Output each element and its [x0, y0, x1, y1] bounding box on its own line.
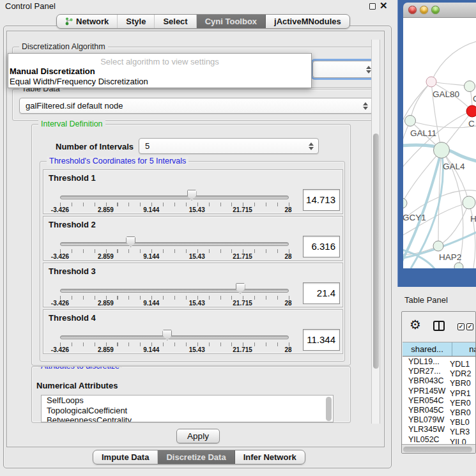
combo-arrows-icon [366, 63, 371, 76]
slider-tick-label: 28 [273, 346, 303, 353]
top-tab-bar: NetworkStyleSelectCyni ToolboxjActiveMNo… [56, 14, 350, 29]
threshold-value-field[interactable]: 6.316 [303, 236, 340, 257]
tab-infer-network[interactable]: Infer Network [235, 450, 305, 464]
tab-select[interactable]: Select [155, 15, 196, 28]
cell-shared-name[interactable]: YBL079W [403, 415, 449, 425]
network-node-selected[interactable] [466, 105, 476, 117]
network-node[interactable] [434, 142, 450, 158]
slider-track[interactable] [60, 289, 289, 293]
column-layout-icon[interactable] [433, 321, 445, 331]
table-horizontal-scrollbar[interactable] [402, 444, 475, 453]
threshold-value-field[interactable]: 21.4 [303, 282, 340, 304]
zoom-traffic-light-icon[interactable] [431, 6, 440, 14]
cell-name[interactable]: YIL0 [449, 438, 466, 445]
network-nodes[interactable] [403, 77, 476, 268]
node-label: GCY1 [403, 213, 426, 222]
minimize-traffic-light-icon[interactable] [420, 6, 428, 14]
num-intervals-combobox[interactable]: 5 [139, 138, 319, 154]
attributes-group: Attributes to discretize Numerical Attri… [31, 366, 351, 423]
tab-jactivemnodules[interactable]: jActiveMNodules [266, 15, 349, 28]
tab-label: jActiveMNodules [274, 15, 341, 29]
scrollbar-thumb[interactable] [403, 447, 472, 452]
cell-shared-name[interactable]: YLR345W [403, 425, 449, 434]
table-body[interactable]: YDL19...YDL1YDR27...YDR2YBR043CYBR0YPR14… [403, 357, 476, 444]
tab-cyni-toolbox[interactable]: Cyni Toolbox [197, 15, 266, 28]
attribute-list-item[interactable]: BetweennessCentrality [42, 415, 333, 422]
threshold-panel: Threshold 4-3.4262.8599.14415.4321.71528… [43, 309, 343, 354]
cell-shared-name[interactable]: YER054C [403, 396, 449, 406]
slider-track[interactable] [60, 242, 289, 246]
slider-tick-label: -3.426 [45, 206, 75, 213]
network-node[interactable] [454, 263, 463, 268]
close-traffic-light-icon[interactable] [408, 6, 417, 14]
cell-shared-name[interactable]: YPR145W [403, 387, 449, 396]
numerical-attributes-list[interactable]: SelfLoopsTopologicalCoefficientBetweenne… [41, 395, 334, 422]
table-data-combobox[interactable]: galFiltered.sif default node [19, 98, 373, 114]
table-row[interactable]: YPR145WYPR1 [403, 387, 476, 396]
tab-impute-data[interactable]: Impute Data [93, 450, 158, 464]
network-node[interactable] [463, 196, 475, 209]
attributes-list-scrollbar[interactable] [326, 397, 332, 421]
slider-tick-label: 9.144 [137, 346, 166, 353]
checkbox-filter-icon[interactable]: ✓ [466, 323, 473, 330]
slider-tick-label: 9.144 [137, 253, 166, 260]
cell-shared-name[interactable]: YBR043C [403, 376, 449, 386]
network-node[interactable] [403, 198, 407, 208]
threshold-value-field[interactable]: 14.713 [303, 189, 340, 211]
network-node[interactable] [426, 77, 436, 87]
cell-shared-name[interactable]: YDR27... [403, 367, 449, 376]
table-panel-titlebar: Table Panel [396, 289, 476, 310]
combo-arrows-icon [363, 100, 368, 112]
slider-tick-label: 9.144 [137, 300, 166, 307]
tab-label: Style [126, 15, 146, 29]
tab-label: Discretize Data [166, 450, 226, 464]
network-canvas[interactable]: GAL80GACGAL11GAL4GCY1HHAP2 [403, 18, 476, 268]
float-window-icon[interactable] [369, 3, 376, 10]
network-window-titlebar[interactable] [403, 3, 476, 18]
table-row[interactable]: YBR043CYBR0 [403, 376, 476, 386]
slider-track[interactable] [60, 335, 289, 339]
content-vertical-scrollbar[interactable] [371, 40, 380, 424]
slider-track[interactable] [60, 196, 289, 199]
table-row[interactable]: YIL052CYIL0 [403, 435, 476, 445]
table-header-row: shared... na [403, 342, 476, 357]
table-row[interactable]: YLR345WYLR3 [403, 425, 476, 434]
cell-shared-name[interactable]: YBR045C [403, 406, 449, 415]
attribute-list-item[interactable]: TopologicalCoefficient [42, 406, 333, 416]
column-header-name[interactable]: na [452, 342, 476, 356]
table-row[interactable]: YER054CYER0 [403, 396, 476, 406]
gear-icon[interactable]: ⚙ [410, 317, 421, 332]
algorithm-combobox[interactable] [312, 61, 376, 78]
slider-tick-label: 28 [273, 253, 303, 260]
apply-button[interactable]: Apply [176, 429, 220, 443]
discretize-content-panel: Discretization Algorithm Table Data galF… [6, 31, 385, 447]
cell-shared-name[interactable]: YDL19... [403, 357, 449, 367]
attribute-list-item[interactable]: SelfLoops [42, 395, 333, 406]
tab-label: Impute Data [102, 450, 149, 464]
slider-tick-label: 21.715 [228, 253, 257, 260]
close-icon[interactable]: ✕ [380, 0, 388, 12]
tab-network[interactable]: Network [57, 15, 118, 28]
checkbox-filter-icon[interactable]: ✓ [457, 323, 464, 330]
network-node[interactable] [464, 81, 475, 92]
discretization-algorithm-group-title: Discretization Algorithm [19, 42, 108, 51]
slider-tick-label: -3.426 [45, 253, 75, 260]
tab-style[interactable]: Style [118, 15, 155, 28]
interval-definition-group-title: Interval Definition [38, 119, 105, 128]
algorithm-option[interactable]: Manual Discretization [10, 66, 311, 77]
network-node[interactable] [433, 241, 443, 251]
threshold-value-field[interactable]: 11.344 [303, 329, 340, 351]
network-node[interactable] [405, 116, 416, 127]
tab-discretize-data[interactable]: Discretize Data [158, 450, 234, 464]
slider-tick-label: 15.43 [182, 253, 211, 260]
tab-label: Infer Network [243, 450, 296, 464]
table-row[interactable]: YBR045CYBR0 [403, 406, 476, 415]
scrollbar-thumb[interactable] [373, 134, 379, 369]
table-row[interactable]: YDL19...YDL1 [403, 357, 476, 367]
numerical-attributes-heading: Numerical Attributes [36, 381, 118, 390]
algorithm-option[interactable]: Equal Width/Frequency Discretization [10, 77, 311, 87]
column-header-shared-name[interactable]: shared... [403, 342, 452, 356]
cell-shared-name[interactable]: YIL052C [403, 435, 449, 445]
table-row[interactable]: YDR27...YDR2 [403, 367, 476, 376]
table-row[interactable]: YBL079WYBL0 [403, 415, 476, 425]
